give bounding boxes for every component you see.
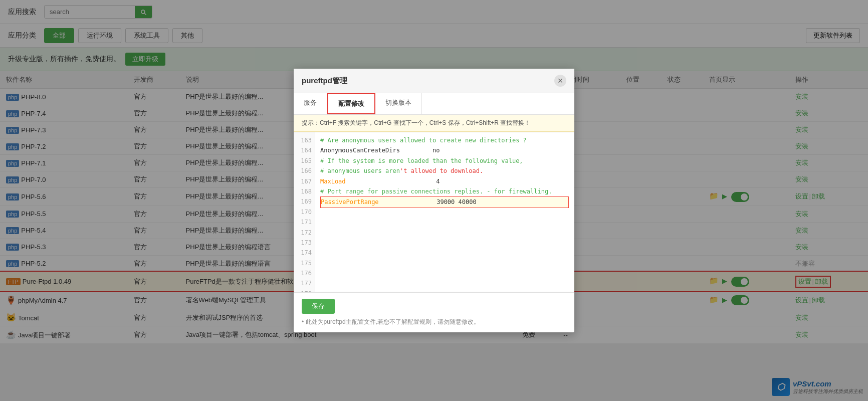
line-number: 173 <box>297 238 312 248</box>
line-number: 175 <box>297 258 312 268</box>
pureftpd-modal: pureftpd管理 × 服务 配置修改 切换版本 提示：Ctrl+F 搜索关键… <box>294 69 574 332</box>
line-number: 169 <box>297 196 312 207</box>
line-number: 171 <box>297 217 312 227</box>
line-number: 166 <box>297 166 312 176</box>
line-number: 178 <box>297 289 312 292</box>
modal-footer: 保存 此处为pureftpd主配置文件,若您不了解配置规则，请勿随意修改。 <box>294 292 574 332</box>
line-number: 172 <box>297 228 312 238</box>
line-number: 170 <box>297 207 312 217</box>
line-number: 176 <box>297 268 312 278</box>
note-text: 此处为pureftpd主配置文件,若您不了解配置规则，请勿随意修改。 <box>302 318 566 326</box>
line-number: 165 <box>297 156 312 166</box>
modal-overlay: pureftpd管理 × 服务 配置修改 切换版本 提示：Ctrl+F 搜索关键… <box>0 0 868 344</box>
modal-title: pureftpd管理 <box>302 76 347 86</box>
line-number: 164 <box>297 145 312 155</box>
line-number: 177 <box>297 278 312 288</box>
line-number: 168 <box>297 186 312 196</box>
code-line: PassivePortRange 39000 40000 <box>320 196 569 208</box>
hint-bar: 提示：Ctrl+F 搜索关键字，Ctrl+G 查找下一个，Ctrl+S 保存，C… <box>294 115 574 132</box>
code-line: AnonymousCanCreateDirs no <box>320 145 569 155</box>
hint-text: 提示：Ctrl+F 搜索关键字，Ctrl+G 查找下一个，Ctrl+S 保存，C… <box>302 119 530 126</box>
tab-service[interactable]: 服务 <box>294 93 327 114</box>
code-line: # anonymous users aren't allowed to down… <box>320 166 569 176</box>
tab-config[interactable]: 配置修改 <box>327 93 375 114</box>
modal-tabs: 服务 配置修改 切换版本 <box>294 93 574 115</box>
line-number: 167 <box>297 176 312 186</box>
code-content[interactable]: # Are anonymous users allowed to create … <box>315 132 574 292</box>
tab-version[interactable]: 切换版本 <box>375 93 422 114</box>
modal-header: pureftpd管理 × <box>294 69 574 93</box>
save-button[interactable]: 保存 <box>302 299 335 314</box>
code-editor[interactable]: 1631641651661671681691701711721731741751… <box>294 132 574 292</box>
line-numbers: 1631641651661671681691701711721731741751… <box>294 132 315 292</box>
line-number: 163 <box>297 135 312 145</box>
code-line: # Port range for passive connections rep… <box>320 186 569 196</box>
code-line: # Are anonymous users allowed to create … <box>320 135 569 145</box>
line-number: 174 <box>297 248 312 258</box>
code-line: # If the system is more loaded than the … <box>320 156 569 166</box>
modal-close-button[interactable]: × <box>554 75 566 87</box>
code-line: MaxLoad 4 <box>320 176 569 186</box>
